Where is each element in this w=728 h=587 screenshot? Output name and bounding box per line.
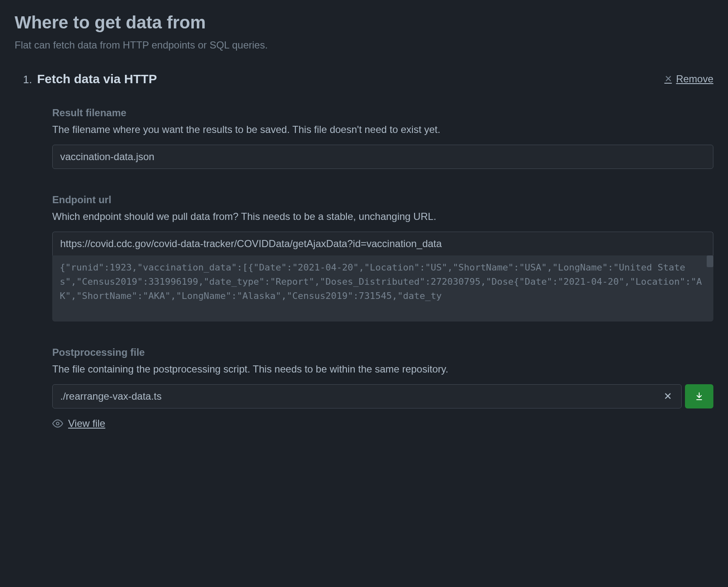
endpoint-preview: {"runid":1923,"vaccination_data":[{"Date… — [52, 255, 713, 322]
view-file-link[interactable]: View file — [68, 418, 105, 429]
result-filename-label: Result filename — [52, 107, 713, 119]
postprocess-group: Postprocessing file The file containing … — [52, 347, 713, 429]
postprocess-file-input[interactable] — [53, 385, 654, 408]
step-title: Fetch data via HTTP — [37, 72, 157, 86]
postprocess-desc: The file containing the postprocessing s… — [52, 363, 713, 375]
svg-point-0 — [56, 422, 59, 425]
result-filename-group: Result filename The filename where you w… — [52, 107, 713, 169]
remove-label: Remove — [676, 73, 713, 85]
endpoint-label: Endpoint url — [52, 194, 713, 206]
eye-icon — [52, 418, 63, 429]
endpoint-group: Endpoint url Which endpoint should we pu… — [52, 194, 713, 322]
clear-button[interactable]: ✕ — [654, 390, 681, 402]
result-filename-input[interactable] — [52, 145, 713, 169]
close-icon: ✕ — [664, 74, 672, 84]
download-icon — [695, 392, 704, 401]
step-header: 1. Fetch data via HTTP ✕ Remove — [15, 72, 713, 86]
scrollbar-thumb[interactable] — [707, 255, 713, 267]
endpoint-url-input[interactable] — [52, 232, 713, 255]
endpoint-desc: Which endpoint should we pull data from?… — [52, 211, 713, 222]
page-subtitle: Flat can fetch data from HTTP endpoints … — [15, 39, 713, 51]
download-button[interactable] — [685, 384, 713, 408]
remove-button[interactable]: ✕ Remove — [664, 73, 713, 85]
page-title: Where to get data from — [15, 13, 713, 33]
close-icon: ✕ — [664, 390, 672, 402]
postprocess-label: Postprocessing file — [52, 347, 713, 358]
step-number: 1. — [23, 73, 32, 86]
result-filename-desc: The filename where you want the results … — [52, 124, 713, 135]
